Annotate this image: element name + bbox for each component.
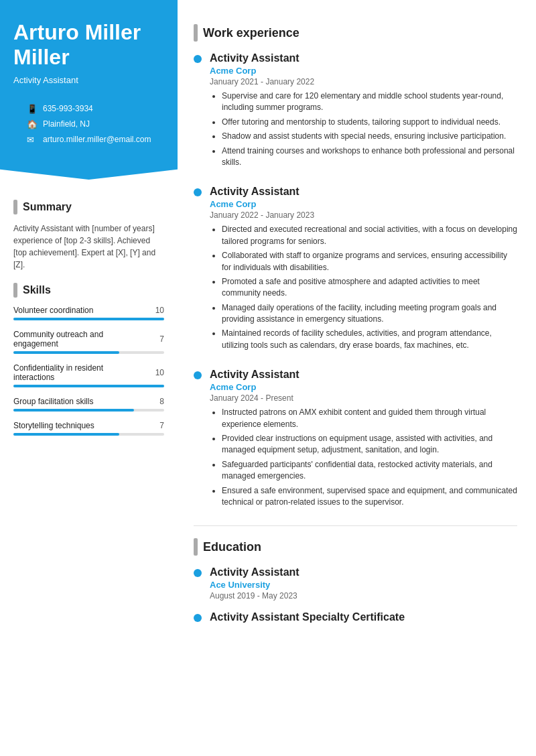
skill-bar-bg: [13, 351, 164, 354]
skills-list: Volunteer coordination 10 Community outr…: [13, 306, 164, 436]
job-title: Activity Assistant: [210, 369, 517, 381]
work-bar: [194, 24, 198, 42]
skill-score: 8: [159, 397, 164, 406]
email-text: arturo.miller.miller@email.com: [43, 135, 151, 144]
education-list: Activity Assistant Ace University August…: [194, 566, 517, 625]
job-bullets: Instructed patrons on AMX exhibit conten…: [210, 407, 517, 508]
education-item: Activity Assistant Specialty Certificate: [194, 611, 517, 625]
location-text: Plainfield, NJ: [43, 119, 90, 129]
bullet: Safeguarded participants' confidential d…: [222, 459, 517, 483]
resume-container: Arturo Miller Miller Activity Assistant …: [0, 0, 536, 756]
bullet: Promoted a safe and positive atmosphere …: [222, 276, 517, 300]
skill-label: Community outreach and engagement: [13, 330, 127, 349]
skill-item: Group facilitation skills 8: [13, 397, 164, 412]
skill-bar-fill: [13, 318, 164, 320]
skill-label: Confidentiality in resident interactions: [13, 363, 127, 382]
job-bullets: Directed and executed recreational and s…: [210, 224, 517, 351]
experience-content: Activity Assistant Acme Corp January 202…: [210, 369, 517, 511]
edu-content: Activity Assistant Specialty Certificate: [210, 611, 517, 625]
location-icon: 🏠: [27, 119, 38, 129]
job-dates: January 2022 - January 2023: [210, 210, 517, 220]
edu-degree: Activity Assistant: [210, 566, 517, 578]
email-icon: ✉: [27, 135, 38, 145]
sidebar: Arturo Miller Miller Activity Assistant …: [0, 0, 178, 756]
skill-bar-bg: [13, 433, 164, 436]
edu-dot: [194, 614, 202, 622]
bullet: Ensured a safe environment, supervised s…: [222, 485, 517, 509]
edu-dot-col: [194, 566, 202, 601]
skill-label: Group facilitation skills: [13, 397, 93, 406]
jobs-list: Activity Assistant Acme Corp January 202…: [194, 52, 517, 511]
summary-section-header: Summary: [13, 200, 164, 214]
edu-dot-col: [194, 611, 202, 625]
bullet: Provided clear instructions on equipment…: [222, 433, 517, 456]
phone-item: 📱 635-993-3934: [27, 104, 151, 114]
skill-item: Storytelling techniques 7: [13, 421, 164, 436]
job-company: Acme Corp: [210, 382, 517, 392]
skill-bar-fill: [13, 351, 119, 354]
phone-text: 635-993-3934: [43, 104, 93, 113]
skill-score: 7: [159, 334, 164, 344]
bullet: Supervise and care for 120 elementary an…: [222, 90, 517, 114]
contact-section: 📱 635-993-3934 🏠 Plainfield, NJ ✉ arturo…: [13, 97, 164, 145]
skill-bar-fill: [13, 409, 134, 412]
skills-bar: [13, 283, 17, 298]
experience-item: Activity Assistant Acme Corp January 202…: [194, 52, 517, 171]
section-divider: [194, 525, 517, 526]
education-item: Activity Assistant Ace University August…: [194, 566, 517, 601]
edu-school: Ace University: [210, 580, 517, 590]
experience-item: Activity Assistant Acme Corp January 202…: [194, 186, 517, 354]
skills-section-header: Skills: [13, 283, 164, 298]
edu-content: Activity Assistant Ace University August…: [210, 566, 517, 601]
bullet: Collaborated with staff to organize prog…: [222, 250, 517, 273]
skill-item: Confidentiality in resident interactions…: [13, 363, 164, 387]
skill-item: Community outreach and engagement 7: [13, 330, 164, 354]
phone-icon: 📱: [27, 104, 38, 114]
experience-dot: [194, 55, 202, 63]
job-title: Activity Assistant: [210, 52, 517, 64]
bullet: Instructed patrons on AMX exhibit conten…: [222, 407, 517, 430]
bullet: Directed and executed recreational and s…: [222, 224, 517, 247]
skill-score: 7: [159, 421, 164, 430]
skill-bar-bg: [13, 385, 164, 387]
skill-label: Storytelling techniques: [13, 421, 94, 430]
experience-content: Activity Assistant Acme Corp January 202…: [210, 52, 517, 171]
sidebar-chevron: [0, 154, 178, 180]
job-title: Activity Assistant: [210, 186, 517, 198]
job-company: Acme Corp: [210, 199, 517, 209]
bullet: Maintained records of facility schedules…: [222, 328, 517, 351]
work-experience-header: Work experience: [194, 24, 517, 42]
summary-title: Summary: [23, 201, 72, 213]
bullet: Attend training courses and workshops to…: [222, 145, 517, 169]
job-dates: January 2024 - Present: [210, 393, 517, 403]
sidebar-header: Arturo Miller Miller Activity Assistant …: [0, 0, 178, 154]
dot-col: [194, 369, 202, 511]
skill-bar-fill: [13, 433, 119, 436]
edu-degree: Activity Assistant Specialty Certificate: [210, 611, 517, 623]
skill-score: 10: [155, 306, 164, 315]
education-bar: [194, 538, 198, 556]
skills-section: Skills Volunteer coordination 10 Communi…: [13, 283, 164, 436]
job-bullets: Supervise and care for 120 elementary an…: [210, 90, 517, 168]
job-company: Acme Corp: [210, 66, 517, 76]
sidebar-body: Summary Activity Assistant with [number …: [0, 180, 178, 756]
work-title: Work experience: [203, 26, 299, 40]
skill-bar-bg: [13, 409, 164, 412]
skill-item: Volunteer coordination 10: [13, 306, 164, 320]
main-content: Work experience Activity Assistant Acme …: [178, 0, 536, 756]
experience-dot: [194, 188, 202, 196]
email-item: ✉ arturo.miller.miller@email.com: [27, 135, 151, 145]
experience-item: Activity Assistant Acme Corp January 202…: [194, 369, 517, 511]
edu-dot: [194, 569, 202, 577]
skill-bar-bg: [13, 318, 164, 320]
candidate-name: Arturo Miller Miller: [13, 20, 164, 70]
location-item: 🏠 Plainfield, NJ: [27, 119, 151, 129]
summary-text: Activity Assistant with [number of years…: [13, 223, 164, 271]
candidate-title: Activity Assistant: [13, 75, 164, 85]
education-title: Education: [203, 540, 261, 554]
dot-col: [194, 186, 202, 354]
summary-bar: [13, 200, 17, 214]
education-header: Education: [194, 538, 517, 556]
skill-score: 10: [155, 368, 164, 377]
experience-content: Activity Assistant Acme Corp January 202…: [210, 186, 517, 354]
